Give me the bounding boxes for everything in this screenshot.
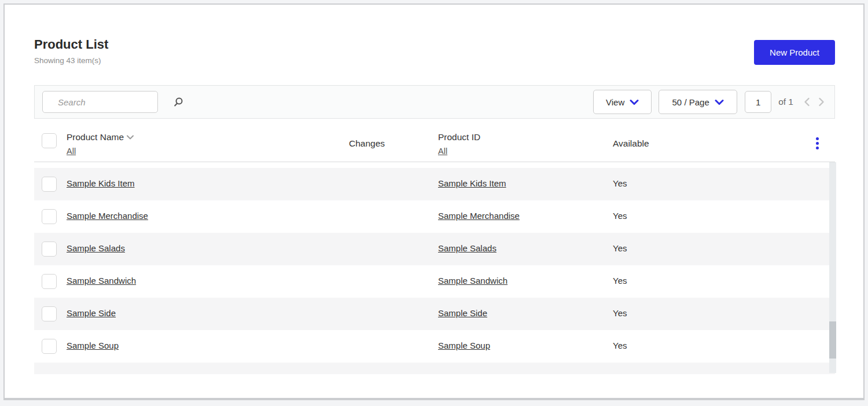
product-name-header-label: Product Name <box>67 132 124 142</box>
partially-visible-row <box>34 363 835 374</box>
row-checkbox[interactable] <box>42 306 57 321</box>
product-name-link[interactable]: Sample Sandwich <box>67 276 136 286</box>
column-header-product-id[interactable]: Product ID <box>438 132 480 142</box>
product-id-link[interactable]: Sample Salads <box>438 243 496 253</box>
sort-chevron-down-icon[interactable] <box>126 134 134 140</box>
chevron-down-icon <box>630 99 639 105</box>
view-dropdown[interactable]: View <box>593 90 652 114</box>
chevron-left-icon[interactable] <box>801 96 812 108</box>
product-id-filter-all-link[interactable]: All <box>438 147 447 156</box>
per-page-dropdown-label: 50 / Page <box>672 97 709 107</box>
column-header-changes[interactable]: Changes <box>349 138 385 149</box>
new-product-button[interactable]: New Product <box>754 40 835 65</box>
select-all-checkbox[interactable] <box>42 133 57 148</box>
page-number-input[interactable] <box>745 91 771 113</box>
available-value: Yes <box>613 211 627 221</box>
product-id-link[interactable]: Sample Side <box>438 308 487 318</box>
available-value: Yes <box>613 341 627 350</box>
page-title: Product List <box>34 37 108 52</box>
table-row: Sample Merchandise Sample Merchandise Ye… <box>34 200 835 233</box>
product-name-link[interactable]: Sample Salads <box>67 243 125 253</box>
product-id-link[interactable]: Sample Kids Item <box>438 178 506 188</box>
available-value: Yes <box>613 308 627 318</box>
product-name-link[interactable]: Sample Merchandise <box>67 211 148 221</box>
product-id-link[interactable]: Sample Merchandise <box>438 211 520 221</box>
item-count-text: Showing 43 item(s) <box>34 56 108 65</box>
toolbar-right-controls: View 50 / Page of 1 <box>593 90 827 114</box>
chevron-down-icon <box>715 99 724 105</box>
table-row: Sample Salads Sample Salads Yes <box>34 233 835 265</box>
table-header-row: Product Name All Changes Product ID All … <box>34 123 835 162</box>
product-name-filter-all-link[interactable]: All <box>67 147 76 156</box>
available-value: Yes <box>613 178 627 188</box>
product-list-card: Product List Showing 43 item(s) New Prod… <box>3 3 865 400</box>
page-header: Product List Showing 43 item(s) <box>34 37 108 65</box>
product-id-link[interactable]: Sample Soup <box>438 341 490 350</box>
table-row: Sample Kids Item Sample Kids Item Yes <box>34 168 835 200</box>
per-page-dropdown[interactable]: 50 / Page <box>659 90 737 114</box>
view-dropdown-label: View <box>606 97 624 107</box>
row-checkbox[interactable] <box>42 274 57 289</box>
column-header-product-name[interactable]: Product Name <box>67 132 134 142</box>
row-checkbox[interactable] <box>42 339 57 354</box>
product-name-link[interactable]: Sample Side <box>67 308 116 318</box>
table-scrollbar-thumb[interactable] <box>829 321 836 359</box>
row-checkbox[interactable] <box>42 242 57 257</box>
available-value: Yes <box>613 243 627 253</box>
product-name-link[interactable]: Sample Soup <box>67 341 119 350</box>
chevron-right-icon[interactable] <box>816 96 827 108</box>
page-count-label: of 1 <box>778 97 793 107</box>
product-id-link[interactable]: Sample Sandwich <box>438 276 507 286</box>
row-checkbox[interactable] <box>42 209 57 224</box>
table-body: Sample Kids Item Sample Kids Item Yes Sa… <box>34 168 835 374</box>
available-value: Yes <box>613 276 627 286</box>
row-checkbox[interactable] <box>42 177 57 192</box>
table-row: Sample Side Sample Side Yes <box>34 298 835 330</box>
search-icon[interactable] <box>173 97 183 107</box>
column-header-available[interactable]: Available <box>613 138 649 149</box>
table-row: Sample Sandwich Sample Sandwich Yes <box>34 265 835 298</box>
search-input[interactable] <box>43 97 173 107</box>
product-name-link[interactable]: Sample Kids Item <box>67 178 135 188</box>
search-box[interactable] <box>42 91 158 113</box>
table-row: Sample Soup Sample Soup Yes <box>34 330 835 363</box>
table-toolbar: View 50 / Page of 1 <box>34 85 835 119</box>
column-options-kebab-icon[interactable] <box>815 136 820 151</box>
